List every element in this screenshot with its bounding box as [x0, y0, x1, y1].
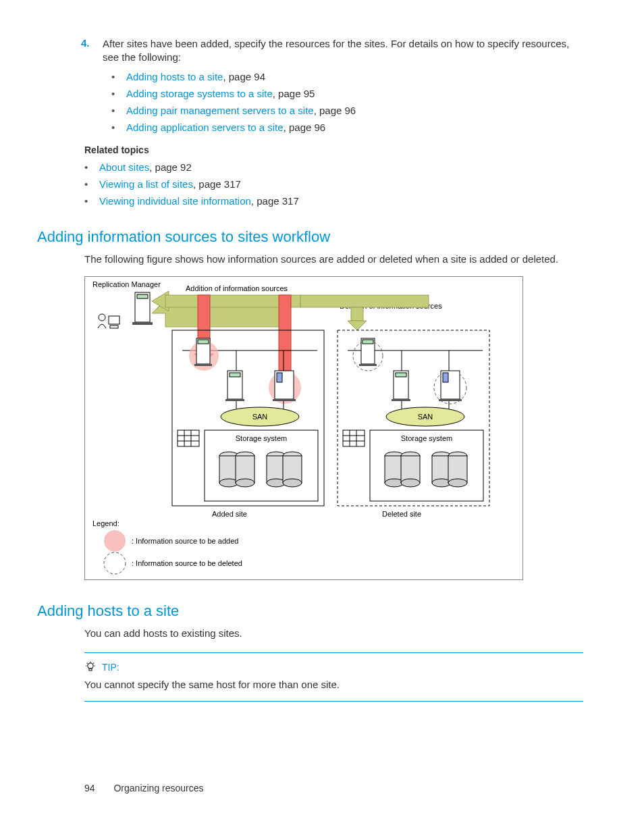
legend-add-circle — [104, 530, 126, 552]
san-label: SAN — [418, 413, 433, 421]
svg-rect-12 — [300, 295, 429, 307]
svg-rect-52 — [359, 364, 377, 366]
svg-rect-23 — [225, 399, 244, 401]
page-footer: 94 Organizing resources — [84, 783, 204, 793]
storage-label: Storage system — [236, 434, 287, 442]
link-adding-hosts[interactable]: Adding hosts to a site — [126, 71, 223, 82]
page-ref: , page 96 — [284, 122, 326, 133]
svg-rect-5 — [137, 294, 148, 298]
link-viewing-list[interactable]: Viewing a list of sites — [99, 178, 193, 190]
step-sub-bullets: •Adding hosts to a site, page 94 •Adding… — [111, 70, 583, 135]
svg-rect-51 — [363, 340, 373, 344]
link-adding-app-servers[interactable]: Adding application servers to a site — [126, 122, 284, 133]
link-adding-pair-mgmt[interactable]: Adding pair management servers to a site — [126, 105, 314, 116]
legend-del-text: : Information source to be deleted — [132, 559, 242, 567]
storage-label: Storage system — [401, 434, 452, 442]
section-heading-workflow: Adding information sources to sites work… — [37, 228, 583, 246]
workflow-diagram: Replication Manager Addition of informat… — [84, 276, 583, 582]
related-topics-list: •About sites, page 92 •Viewing a list of… — [84, 161, 583, 209]
server-icon — [359, 338, 377, 366]
legend-add-text: : Information source to be added — [132, 537, 238, 545]
bullet-dot: • — [84, 178, 91, 191]
deleted-site-label: Deleted site — [382, 510, 421, 518]
svg-rect-54 — [396, 373, 406, 377]
svg-point-45 — [283, 479, 302, 487]
step-item: 4. After sites have been added, specify … — [81, 37, 583, 65]
svg-rect-22 — [230, 373, 240, 377]
link-adding-storage[interactable]: Adding storage systems to a site — [126, 88, 273, 99]
bullet-item: •About sites, page 92 — [84, 161, 583, 174]
tip-text: You cannot specify the same host for mor… — [84, 679, 583, 690]
svg-rect-58 — [439, 399, 462, 401]
server-icon — [225, 371, 244, 401]
server-icon — [273, 371, 296, 401]
svg-rect-6 — [132, 322, 153, 325]
svg-point-39 — [236, 479, 254, 487]
bullet-dot: • — [111, 70, 118, 84]
section-para: You can add hosts to existing sites. — [84, 627, 583, 640]
step-text: After sites have been added, specify the… — [103, 37, 583, 65]
svg-rect-79 — [89, 669, 92, 671]
diag-repmgr-label: Replication Manager — [92, 280, 161, 288]
bullet-item: •Adding application servers to a site, p… — [111, 121, 583, 134]
tip-label: TIP: — [102, 662, 119, 673]
bullet-dot: • — [111, 104, 118, 118]
page-ref: , page 317 — [193, 178, 241, 190]
san-label: SAN — [252, 413, 268, 421]
page-ref: , page 92 — [149, 161, 192, 173]
server-icon — [132, 292, 153, 325]
svg-rect-19 — [198, 340, 209, 344]
disk-array-icon — [178, 430, 199, 446]
chapter-title: Organizing resources — [113, 783, 203, 793]
server-icon — [439, 371, 462, 401]
svg-point-77 — [448, 479, 467, 487]
bullet-item: •Adding hosts to a site, page 94 — [111, 70, 583, 84]
svg-point-78 — [88, 663, 93, 669]
svg-rect-57 — [443, 373, 448, 382]
legend-label: Legend: — [92, 519, 119, 527]
diag-add-label: Addition of information sources — [186, 284, 288, 292]
lightbulb-icon — [84, 661, 97, 673]
storage-cylinders-icon — [267, 452, 302, 487]
bullet-item: •Adding storage systems to a site, page … — [111, 87, 583, 101]
svg-rect-29 — [178, 430, 199, 446]
bullet-dot: • — [111, 121, 118, 134]
added-site-label: Added site — [212, 510, 247, 518]
deletion-arrow — [351, 307, 363, 321]
link-about-sites[interactable]: About sites — [99, 161, 149, 173]
bullet-item: •Adding pair management servers to a sit… — [111, 104, 583, 118]
page-ref: , page 317 — [251, 195, 299, 207]
page-ref: , page 96 — [314, 105, 356, 116]
bullet-dot: • — [84, 194, 91, 208]
bullet-dot: • — [84, 161, 91, 174]
section-para: The following figure shows how informati… — [84, 253, 583, 266]
related-topics-heading: Related topics — [84, 145, 583, 155]
storage-cylinders-icon — [432, 452, 467, 487]
svg-line-83 — [87, 662, 88, 663]
disk-array-icon — [343, 430, 365, 446]
svg-point-71 — [401, 479, 420, 487]
section-heading-adding-hosts: Adding hosts to a site — [37, 602, 583, 620]
bullet-item: •Viewing a list of sites, page 317 — [84, 178, 583, 191]
svg-rect-26 — [273, 399, 296, 401]
link-viewing-individual[interactable]: Viewing individual site information — [99, 195, 251, 207]
bullet-dot: • — [111, 87, 118, 101]
document-page: 4. After sites have been added, specify … — [0, 0, 644, 834]
page-ref: , page 94 — [223, 71, 265, 82]
storage-cylinders-icon — [385, 452, 420, 487]
svg-rect-61 — [343, 430, 365, 446]
svg-rect-20 — [194, 364, 212, 366]
step-number: 4. — [81, 37, 93, 65]
server-icon — [392, 371, 410, 401]
svg-line-84 — [93, 662, 94, 663]
page-ref: , page 95 — [273, 88, 315, 99]
server-icon — [194, 338, 212, 366]
bullet-item: •Viewing individual site information, pa… — [84, 194, 583, 208]
svg-rect-25 — [277, 373, 282, 382]
tip-block: TIP: You cannot specify the same host fo… — [84, 652, 583, 702]
svg-rect-0 — [85, 276, 523, 579]
page-number: 94 — [84, 783, 95, 793]
storage-cylinders-icon — [219, 452, 254, 487]
svg-rect-55 — [392, 399, 410, 401]
